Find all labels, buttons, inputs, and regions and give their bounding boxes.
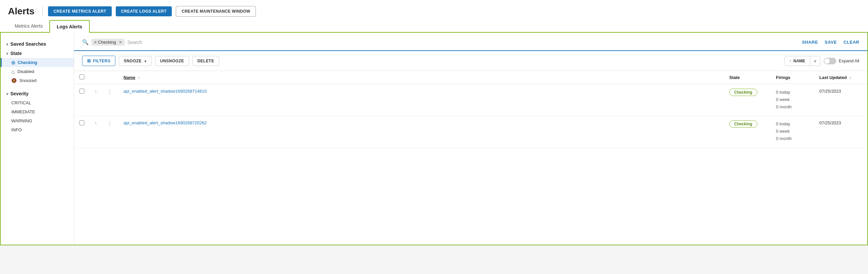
td-expand-1: › [90, 84, 102, 116]
share-button[interactable]: SHARE [802, 40, 818, 45]
unsnooze-button[interactable]: UNSNOOZE [155, 56, 189, 66]
state-chevron: ∨ [6, 52, 8, 55]
table-row: › ⋮ api_enabled_alert_shadow169026871481… [74, 84, 867, 116]
search-actions: SHARE SAVE CLEAR [802, 40, 859, 45]
snooze-button[interactable]: SNOOZE ∨ [119, 56, 152, 66]
create-metrics-alert-button[interactable]: CREATE METRICS ALERT [48, 6, 112, 16]
sort-control: ↑ NAME ∨ [784, 56, 820, 66]
th-last-updated[interactable]: Last Updated ↕ [814, 71, 867, 84]
td-name-1: api_enabled_alert_shadow1690268714810 [118, 84, 724, 116]
sidebar-item-critical[interactable]: CRITICAL [1, 98, 74, 107]
top-bar: Alerts CREATE METRICS ALERT CREATE LOGS … [0, 0, 868, 20]
th-checkbox [74, 71, 90, 84]
table-wrap: Name ↑ State Firings Last Updated ↕ [74, 71, 867, 245]
firings-today-1: 0 today [776, 89, 809, 96]
tab-logs-alerts[interactable]: Logs Alerts [50, 20, 90, 33]
expand-all-label: Expand All [839, 58, 859, 63]
row-menu-1[interactable]: ⋮ [107, 89, 113, 95]
sidebar-item-snoozed[interactable]: 🔕 Snoozed [1, 76, 74, 85]
page-title: Alerts [8, 6, 34, 17]
filters-button[interactable]: ⊞ FILTERS [82, 56, 116, 66]
sort-name-button[interactable]: ↑ NAME [784, 56, 810, 66]
saved-searches-header[interactable]: ∨ Saved Searches [1, 39, 74, 49]
td-state-2: Checking [724, 116, 771, 147]
expand-arrow-1[interactable]: › [95, 89, 96, 94]
sort-dropdown-button[interactable]: ∨ [810, 56, 820, 66]
th-expand [90, 71, 102, 84]
toolbar: ⊞ FILTERS SNOOZE ∨ UNSNOOZE DELETE ↑ NAM… [74, 51, 867, 71]
td-checkbox-2 [74, 116, 90, 147]
saved-searches-label: Saved Searches [10, 41, 46, 47]
search-chip[interactable]: = Checking ✕ [91, 39, 125, 46]
expand-arrow-2[interactable]: › [95, 120, 96, 125]
sidebar-item-warning[interactable]: WARNING [1, 116, 74, 125]
divider [42, 6, 43, 17]
state-header[interactable]: ∨ State [1, 49, 74, 58]
saved-searches-chevron: ∨ [6, 42, 8, 46]
td-firings-1: 0 today 0 week 0 month [771, 84, 814, 116]
td-firings-2: 0 today 0 week 0 month [771, 116, 814, 147]
sidebar-item-info-label: INFO [11, 127, 22, 132]
checking-icon: ◎ [11, 60, 15, 65]
name-sort-icon: ↑ [138, 76, 140, 80]
firings-month-1: 0 month [776, 103, 809, 111]
td-checkbox-1 [74, 84, 90, 116]
firings-month-2: 0 month [776, 135, 809, 142]
state-badge-2: Checking [729, 120, 757, 128]
sidebar-item-snoozed-label: Snoozed [19, 78, 36, 83]
search-bar: 🔍 = Checking ✕ Search SHARE SAVE CLEAR [74, 33, 867, 51]
th-state: State [724, 71, 771, 84]
chip-value: Checking [98, 40, 116, 45]
clear-button[interactable]: CLEAR [844, 40, 859, 45]
right-panel: 🔍 = Checking ✕ Search SHARE SAVE CLEAR ⊞… [74, 33, 867, 245]
row1-checkbox[interactable] [80, 89, 84, 94]
tab-metrics-alerts[interactable]: Metrics Alerts [8, 20, 50, 32]
state-badge-1: Checking [729, 89, 757, 96]
alert-name-link-1[interactable]: api_enabled_alert_shadow1690268714810 [123, 89, 207, 94]
firings-week-1: 0 week [776, 96, 809, 103]
filter-icon: ⊞ [87, 58, 91, 63]
td-expand-2: › [90, 116, 102, 147]
sidebar-item-checking-label: Checking [18, 60, 37, 65]
sidebar-item-immediate[interactable]: IMMEDIATE [1, 107, 74, 116]
save-button[interactable]: SAVE [825, 40, 837, 45]
table-header-row: Name ↑ State Firings Last Updated ↕ [74, 71, 867, 84]
sort-chevron-icon: ∨ [814, 59, 817, 63]
tabs-bar: Metrics Alerts Logs Alerts [0, 20, 868, 32]
row-menu-2[interactable]: ⋮ [107, 121, 113, 126]
th-firings: Firings [771, 71, 814, 84]
select-all-checkbox[interactable] [80, 74, 84, 79]
firings-today-2: 0 today [776, 120, 809, 128]
th-menu [102, 71, 118, 84]
search-icon: 🔍 [82, 39, 89, 45]
chip-equals: = [94, 40, 97, 45]
td-last-updated-2: 07/25/2023 [814, 116, 867, 147]
sidebar-item-disabled[interactable]: △ Disabled [1, 67, 74, 76]
chip-close-icon[interactable]: ✕ [119, 40, 122, 45]
create-maintenance-window-button[interactable]: CREATE MAINTENANCE WINDOW [176, 6, 255, 17]
expand-all-toggle[interactable] [824, 58, 836, 64]
alert-name-link-2[interactable]: api_enabled_alert_shadow1690268720262 [123, 120, 207, 125]
td-state-1: Checking [724, 84, 771, 116]
snooze-dropdown-icon: ∨ [144, 59, 147, 63]
snoozed-icon: 🔕 [11, 78, 17, 83]
main-content: ∨ Saved Searches ∨ State ◎ Checking △ Di… [0, 32, 868, 245]
search-placeholder[interactable]: Search [127, 40, 799, 45]
last-updated-sort-icon: ↕ [849, 75, 851, 79]
create-logs-alert-button[interactable]: CREATE LOGS ALERT [116, 6, 172, 16]
sidebar-item-checking[interactable]: ◎ Checking [1, 58, 74, 67]
expand-toggle: Expand All [824, 58, 859, 64]
state-label: State [10, 51, 22, 56]
sidebar-item-info[interactable]: INFO [1, 125, 74, 134]
sidebar-item-warning-label: WARNING [11, 118, 32, 123]
td-name-2: api_enabled_alert_shadow1690268720262 [118, 116, 724, 147]
alerts-table: Name ↑ State Firings Last Updated ↕ [74, 71, 867, 148]
row2-checkbox[interactable] [80, 120, 84, 125]
table-row: › ⋮ api_enabled_alert_shadow169026872026… [74, 116, 867, 147]
severity-label: Severity [10, 91, 28, 96]
td-last-updated-1: 07/25/2023 [814, 84, 867, 116]
td-menu-1: ⋮ [102, 84, 118, 116]
delete-button[interactable]: DELETE [192, 56, 219, 66]
severity-header[interactable]: ∨ Severity [1, 89, 74, 98]
th-name[interactable]: Name ↑ [118, 71, 724, 84]
